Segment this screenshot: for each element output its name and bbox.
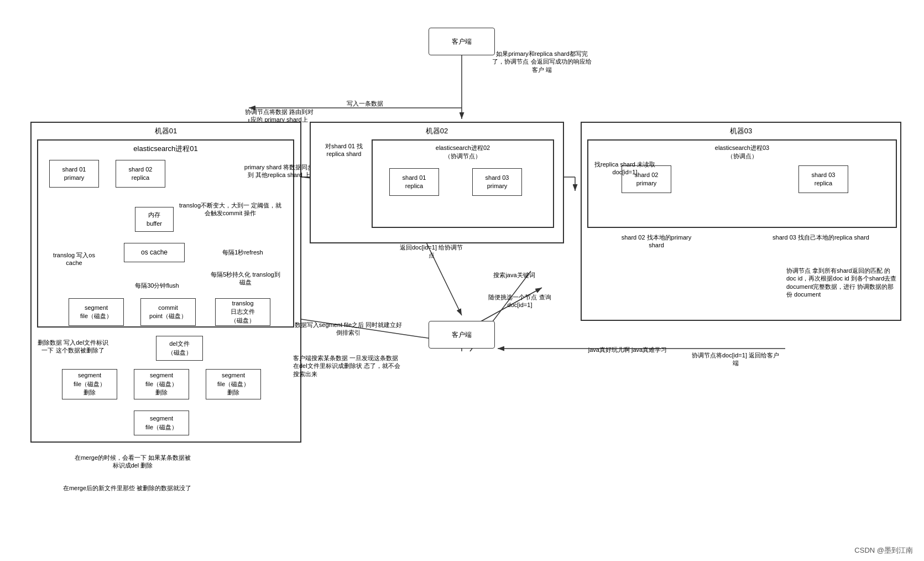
primary-sync-label: primary shard 将数据同步到到 其他replica shard 上去 <box>243 163 321 179</box>
seg-del-3: segment file（磁盘） 删除 <box>206 369 261 399</box>
coord-get-label: 协调节点 拿到所有shard返回的匹配 的doc id，再次根据doc id 到… <box>786 267 897 298</box>
memory-buffer: 内存 buffer <box>135 207 174 232</box>
os-cache: os cache <box>124 243 185 262</box>
machine03-title: 机器03 <box>582 126 900 136</box>
footer: CSDN @墨到江南 <box>854 546 913 555</box>
machine02-box: 机器02 对shard 01 找replica shard elasticsea… <box>310 122 564 243</box>
customer-search-label: 客户端搜索某条数据 一旦发现这条数据 在del文件里标识成删除状 态了，就不会搜… <box>293 354 404 378</box>
seg-del-1: segment file（磁盘） 删除 <box>62 369 117 399</box>
machine02-title: 机器02 <box>311 126 563 136</box>
seg-merged: segment file（磁盘） <box>134 411 189 435</box>
es-process02-box: elasticsearch进程02 （协调节点） shard 01 replic… <box>372 139 554 228</box>
del-note: 删除数据 写入del文件标识一下 这个数据被删除了 <box>37 339 109 355</box>
machine03-box: 机器03 elasticsearch进程03 （协调点） shard 02 pr… <box>581 122 901 321</box>
machine01-title: 机器01 <box>32 126 300 136</box>
shard03-replica-m03: shard 03 replica <box>798 165 848 193</box>
shard01-replica-m02: shard 01 replica <box>389 168 439 196</box>
client-bottom-label: 客户端 <box>452 330 472 340</box>
flush-note: 每隔5秒持久化 translog到磁盘 <box>210 271 281 287</box>
find-replica-label: 对shard 01 找replica shard <box>316 142 372 158</box>
translog-os-label: translog 写入os cache <box>49 251 99 267</box>
write-data-label: 写入一条数据 <box>332 100 398 107</box>
del-file: del文件 （磁盘） <box>156 336 203 361</box>
client-top-label: 客户端 <box>452 37 472 46</box>
commit-point: commit point（磁盘） <box>140 298 196 326</box>
random-node-label: 随便挑选一个节点 查询doc[id=1] <box>481 293 558 309</box>
shard03-find-label: shard 03 找自己本地的replica shard <box>770 233 872 241</box>
java-note-label: java真好玩儿啊 java真难学习 <box>586 346 669 354</box>
es-process02-title: elasticsearch进程02 （协调节点） <box>373 144 553 160</box>
shard01-primary: shard 01 primary <box>49 160 99 188</box>
es-process03-title: elasticsearch进程03 （协调点） <box>588 144 896 160</box>
seg-del-2: segment file（磁盘） 删除 <box>134 369 189 399</box>
data-to-segment-label: 数据写入segment file之后 同时就建立好倒排索引 <box>293 321 404 337</box>
client-top: 客户端 <box>429 28 495 55</box>
refresh-note: 每隔1秒refresh <box>210 248 276 256</box>
find-replica-shard-label: 找replica shard 未读取doc[id=1] <box>586 160 664 176</box>
coord-return-label: 协调节点将doc[id=1] 返回给客户端 <box>691 351 780 367</box>
diagram-container: 客户端 如果primary和replica shard都写完了，协调节点 会返回… <box>0 0 924 561</box>
shard03-primary: shard 03 primary <box>472 168 522 196</box>
translog-note: translog不断变大，大到一 定阈值，就会触发commit 操作 <box>176 201 284 217</box>
es-process01-title: elasticsearch进程01 <box>38 144 293 154</box>
translog-file: translog 日志文件 （磁盘） <box>215 298 270 326</box>
search-java-label: 搜索java关键词 <box>481 271 547 279</box>
return-doc-label: 返回doc[id=1] 给协调节点 <box>398 243 464 259</box>
es-process03-box: elasticsearch进程03 （协调点） shard 02 primary… <box>587 139 897 228</box>
shard02-replica-m01: shard 02 replica <box>116 160 165 188</box>
if-primary-replica-label: 如果primary和replica shard都写完了，协调节点 会返回写成功的… <box>492 50 592 74</box>
merge-note: 在merge的时候，会看一下 如果某条数据被标识成del 删除 <box>72 454 194 470</box>
segment-file-m01: segment file（磁盘） <box>69 298 124 326</box>
shard02-find-label: shard 02 找本地的primary shard <box>615 233 698 250</box>
flush30-note: 每隔30分钟flush <box>124 282 190 289</box>
merge-new: 在merge后的新文件里那些 被删除的数据就没了 <box>55 484 199 492</box>
client-bottom: 客户端 <box>429 321 495 349</box>
